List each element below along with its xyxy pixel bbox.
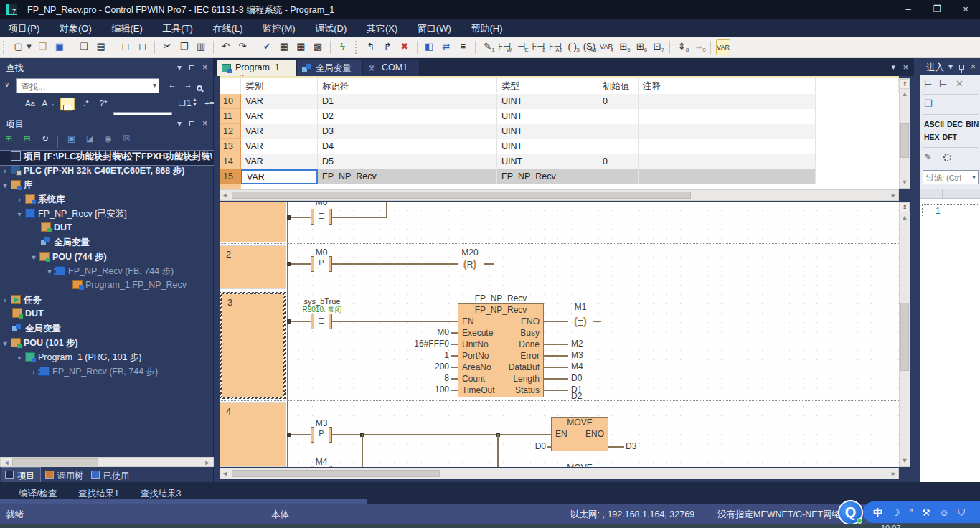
fb-input-value[interactable]: M0: [385, 327, 449, 337]
project-panel-caret-icon[interactable]: ▾: [177, 118, 182, 128]
menu-tools[interactable]: 工具(T): [154, 19, 202, 37]
new-file-icon[interactable]: ▢: [11, 39, 26, 55]
tree-item-gvl[interactable]: 全局变量: [0, 323, 214, 337]
ime-smiley-icon[interactable]: ☺: [939, 507, 948, 518]
tabbar-close-icon[interactable]: ×: [903, 62, 908, 72]
ladder-vscrollbar[interactable]: ⇕ ▲ ▼: [899, 202, 910, 467]
sidebar-hscroll-left-icon[interactable]: ◄: [2, 458, 11, 468]
comment-search-button[interactable]: [60, 98, 75, 110]
fb-output-var[interactable]: D2: [571, 391, 600, 401]
edit-object-icon[interactable]: ◪: [83, 132, 97, 146]
fb-input-value[interactable]: 8: [385, 373, 449, 383]
syntax-check-icon[interactable]: ✔: [260, 39, 274, 55]
update-library-icon[interactable]: ↻: [38, 132, 52, 146]
menu-edit[interactable]: 编辑(E): [103, 19, 151, 37]
sidebar-tab-project[interactable]: 项目: [1, 468, 40, 482]
network-cell-3-selected[interactable]: 3: [220, 292, 286, 399]
entry-list-row[interactable]: 1: [922, 204, 979, 217]
whole-word-button[interactable]: A→: [42, 97, 56, 111]
ladder-vscroll-down-icon[interactable]: ▼: [900, 456, 910, 466]
search-input[interactable]: 查找... ▾: [16, 78, 159, 93]
move-input[interactable]: D0: [507, 441, 546, 451]
new-pou-icon[interactable]: ▣: [65, 132, 79, 146]
ladder-vscroll-thumb[interactable]: [900, 303, 909, 371]
table-row[interactable]: 12 VAR D3 UINT: [220, 124, 899, 139]
object-swap-icon[interactable]: ⇄: [439, 39, 453, 55]
tree-item-library[interactable]: ▾库: [0, 179, 214, 194]
project-panel-close-icon[interactable]: ×: [202, 118, 207, 128]
close-button[interactable]: ×: [951, 0, 980, 19]
ime-lang-mode[interactable]: 中: [873, 506, 882, 519]
output-resize-strip[interactable]: [0, 499, 367, 504]
table-row-selected[interactable]: 15 VAR FP_NP_Recv FP_NP_Recv: [220, 169, 899, 184]
fb-instance-name[interactable]: FP_NP_Recv: [458, 293, 544, 303]
rebuild-icon[interactable]: ▩: [311, 39, 325, 55]
col-header-initial[interactable]: 初始值: [598, 78, 639, 93]
fb-right-tool-icon[interactable]: ⊞6: [633, 39, 647, 55]
move-output[interactable]: D3: [626, 441, 647, 451]
filter-select[interactable]: 过滤: (Ctrl-▾: [923, 170, 979, 184]
new-file-caret-icon[interactable]: ▾: [26, 39, 33, 55]
var-monitor-toggle-icon[interactable]: VAR: [716, 39, 730, 55]
paste-icon[interactable]: ▥: [194, 39, 208, 55]
find-next-button[interactable]: →: [181, 78, 195, 93]
format-hex[interactable]: HEX: [924, 133, 940, 141]
find-collapse-icon[interactable]: ∨: [4, 80, 9, 88]
ladder-hscrollbar[interactable]: ◄ ►: [220, 468, 899, 479]
entry-panel-close-icon[interactable]: ×: [971, 62, 976, 72]
object-blocks-icon[interactable]: ◧: [422, 39, 436, 55]
ime-skin-icon[interactable]: ⛉: [958, 507, 965, 519]
network-cell-4[interactable]: 4: [220, 402, 286, 467]
find-prev-button[interactable]: ←: [165, 78, 179, 93]
coil-3-tool-icon[interactable]: ( )3: [565, 39, 580, 55]
table-row[interactable]: 10 VAR D1 UINT 0: [220, 94, 899, 109]
ladder-splitter-handle[interactable]: ⇕: [900, 202, 910, 212]
print-preview-icon[interactable]: ◻: [118, 39, 133, 55]
network-cell-1[interactable]: [220, 202, 286, 242]
tree-item-plc[interactable]: ›PLC (FP-XH 32k C40ET,C60ET, 868 步): [0, 165, 214, 179]
print-icon[interactable]: ▤: [94, 39, 108, 55]
find-panel-pin-icon[interactable]: [189, 62, 194, 72]
undo-icon[interactable]: ↶: [218, 39, 232, 55]
redo-icon[interactable]: ↷: [235, 39, 250, 55]
insert-left-icon[interactable]: ⊨: [924, 78, 932, 89]
entry-panel-pin-icon[interactable]: [959, 62, 964, 72]
format-dec[interactable]: DEC: [947, 120, 963, 128]
table-row[interactable]: 14 VAR D5 UINT 0: [220, 154, 899, 169]
table-vscroll-up-icon[interactable]: ▲: [900, 89, 910, 100]
page-setup-icon[interactable]: ❏: [77, 39, 91, 55]
contact-tool-icon[interactable]: ⊦⊣W: [497, 39, 512, 55]
find-search-icon[interactable]: [197, 81, 202, 94]
tree-item-lib-dut[interactable]: DUT: [0, 222, 214, 237]
toolbar-grip-2[interactable]: [355, 41, 359, 54]
tree-item-tasks[interactable]: ›任务: [0, 294, 214, 308]
format-dft[interactable]: DFT: [943, 133, 957, 141]
tab-com1[interactable]: ⚒ COM1: [363, 60, 419, 76]
tab-program1[interactable]: Program_1 ×: [217, 60, 296, 76]
coil-label[interactable]: M20: [454, 248, 486, 258]
online-mode-icon[interactable]: ϟ: [335, 39, 349, 55]
contact-2-tool-icon[interactable]: ⊦⊣2: [532, 39, 546, 55]
insert-network-below-icon[interactable]: ↱: [380, 39, 395, 55]
tree-item-lib-pou[interactable]: ▾POU (744 步): [0, 251, 214, 265]
delete-network-icon[interactable]: ✖: [397, 39, 412, 55]
compile-icon[interactable]: ▦: [277, 39, 291, 55]
format-bin[interactable]: BIN: [966, 120, 979, 128]
reset-coil[interactable]: (R): [456, 258, 484, 270]
table-hscroll-thumb[interactable]: [232, 192, 691, 199]
tree-item-project-root[interactable]: 项目 [F:\PLC功能块封装\松下FPXH功能块封装\: [0, 151, 214, 165]
coil-a3-tool-icon[interactable]: (S)A3: [582, 39, 596, 55]
monitor-object-icon[interactable]: ◉: [101, 132, 116, 146]
sidebar-hscroll-thumb[interactable]: [12, 458, 98, 466]
entry-list[interactable]: 1: [920, 199, 980, 482]
match-case-button[interactable]: Aa: [23, 97, 37, 111]
tree-item-pou[interactable]: ▾POU (101 步): [0, 337, 214, 352]
fb-input-value[interactable]: 16#FFF0: [385, 339, 449, 349]
table-hscrollbar[interactable]: ◄ ►: [220, 189, 899, 201]
table-splitter-handle[interactable]: ⇕: [900, 79, 910, 89]
table-vscroll-down-icon[interactable]: ▼: [900, 177, 910, 188]
menu-project[interactable]: 项目(P): [0, 19, 48, 37]
move-block-2-title[interactable]: MOVE: [551, 463, 608, 467]
stack-icon[interactable]: ❐: [924, 98, 933, 109]
v-expand-tool-icon[interactable]: ⇕8: [674, 39, 689, 55]
